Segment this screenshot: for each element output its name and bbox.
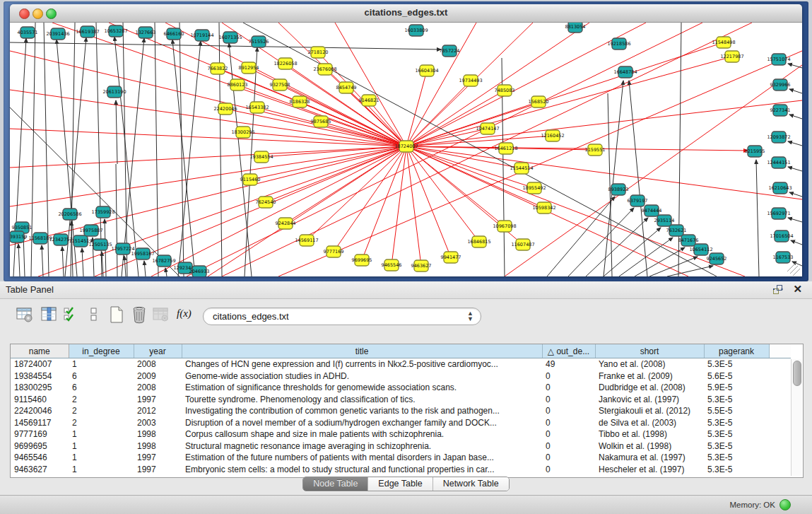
citation-edge[interactable] — [789, 89, 802, 93]
table-row[interactable]: 1872400712008Changes of HCN gene express… — [11, 358, 791, 370]
citation-edge[interactable] — [789, 192, 802, 197]
citation-edge[interactable] — [756, 160, 759, 276]
network-node[interactable]: 19734493 — [459, 75, 482, 86]
citation-edge[interactable] — [568, 208, 634, 276]
table-cell[interactable]: 0 — [542, 428, 595, 440]
citation-edge[interactable] — [788, 167, 802, 171]
table-cell[interactable]: 1998 — [134, 428, 182, 440]
new-table-icon[interactable] — [107, 305, 126, 324]
table-cell[interactable] — [769, 405, 791, 417]
network-node[interactable]: 19218586 — [607, 38, 630, 49]
table-cell[interactable]: 0 — [542, 394, 595, 406]
citation-edge-red[interactable] — [250, 146, 406, 180]
table-row[interactable]: 969969511998Structural magnetic resonanc… — [11, 440, 791, 452]
network-node[interactable]: 23676068 — [313, 64, 336, 75]
network-node[interactable]: 1327663 — [136, 27, 156, 38]
network-node[interactable]: 9463627 — [411, 260, 432, 271]
delete-table-icon[interactable] — [130, 305, 148, 324]
table-cell[interactable]: 1 — [69, 440, 134, 452]
citation-edge[interactable] — [219, 23, 222, 276]
network-node[interactable]: 6379197 — [628, 195, 648, 206]
table-row[interactable]: 1938455462009Genome-wide association stu… — [11, 370, 791, 382]
network-node[interactable]: 16033809 — [404, 25, 428, 36]
network-node[interactable]: 16782759 — [152, 255, 175, 267]
table-cell[interactable]: 9465546 — [11, 452, 69, 464]
network-node[interactable]: 19384554 — [249, 151, 273, 163]
citation-edge-red[interactable] — [187, 23, 702, 276]
table-cell[interactable] — [769, 358, 791, 370]
close-panel-icon[interactable]: ✕ — [793, 283, 802, 296]
table-header-row[interactable]: namein_degreeyeartitle△ out_de...shortpa… — [11, 344, 791, 358]
citation-edge[interactable] — [789, 115, 802, 119]
table-cell[interactable]: Wolkin et al. (1998) — [595, 440, 704, 452]
show-columns-icon[interactable] — [40, 305, 58, 324]
table-cell[interactable] — [769, 417, 791, 429]
table-cell[interactable]: 5.3E-5 — [704, 428, 769, 440]
table-cell[interactable]: Franke et al. (2009) — [595, 370, 704, 382]
table-cell[interactable]: Stergiakouli et al. (2012) — [595, 405, 704, 417]
network-node[interactable]: 9329966 — [770, 79, 791, 90]
table-cell[interactable]: 6 — [69, 370, 134, 382]
citation-edge-red[interactable] — [406, 71, 427, 146]
table-cell[interactable] — [769, 452, 791, 464]
table-vertical-scrollbar[interactable] — [791, 359, 802, 476]
table-cell[interactable]: 5.3E-5 — [704, 358, 769, 370]
network-node[interactable]: 8186328 — [290, 96, 310, 107]
network-node[interactable]: 9777169 — [324, 246, 344, 257]
citation-edge-red[interactable] — [406, 42, 724, 146]
network-node[interactable]: 16648784 — [613, 66, 637, 78]
table-cell[interactable]: 1997 — [134, 464, 182, 476]
table-cell[interactable]: 18724007 — [11, 358, 69, 370]
citation-edge[interactable] — [788, 64, 802, 68]
citation-edge[interactable] — [649, 257, 698, 276]
column-header-year[interactable]: year — [134, 344, 182, 358]
network-node[interactable]: 8938923 — [608, 184, 629, 195]
citation-edge[interactable] — [604, 81, 623, 276]
network-node[interactable]: 15692971 — [767, 208, 790, 219]
network-node[interactable]: 8215955 — [745, 146, 765, 157]
network-node[interactable]: 1159551 — [585, 144, 606, 156]
table-cell[interactable]: 2003 — [134, 417, 182, 429]
network-node[interactable]: 7515526 — [249, 36, 269, 47]
citation-edge[interactable] — [619, 238, 673, 276]
network-node[interactable]: 16619387 — [76, 26, 99, 37]
table-cell[interactable]: 22420046 — [11, 405, 69, 417]
network-node[interactable]: 9245652 — [707, 253, 727, 264]
clear-selection-icon[interactable] — [85, 305, 103, 324]
table-cell[interactable]: 0 — [542, 452, 595, 464]
table-cell[interactable]: 5.3E-5 — [704, 417, 769, 429]
network-canvas[interactable]: 4035571203914361661938710653287132766364… — [10, 23, 802, 276]
network-node[interactable]: 14569117 — [295, 235, 318, 246]
table-cell[interactable]: Dudbridge et al. (2008) — [595, 382, 704, 394]
table-cell[interactable]: 9463627 — [11, 464, 69, 476]
table-row[interactable]: 1456911722003Disruption of a novel membe… — [11, 417, 791, 429]
citation-edge-red[interactable] — [406, 146, 748, 151]
table-row[interactable]: 911546021997Tourette syndrome. Phenomeno… — [11, 394, 791, 406]
network-node[interactable]: 16210643 — [768, 182, 792, 194]
network-node[interactable]: 9699695 — [352, 255, 372, 266]
function-builder-icon[interactable]: f(x) — [177, 308, 195, 326]
import-table-icon[interactable] — [151, 305, 170, 324]
table-cell[interactable] — [769, 382, 791, 394]
tab-edge-table[interactable]: Edge Table — [368, 477, 433, 491]
column-header-in_degree[interactable]: in_degree — [69, 344, 134, 358]
citation-edge-red[interactable] — [406, 136, 553, 146]
network-node[interactable]: 16846815 — [467, 236, 490, 247]
network-node[interactable]: 16604304 — [415, 65, 438, 76]
table-cell[interactable]: Hescheler et al. (1997) — [595, 464, 704, 476]
citation-edge-red[interactable] — [266, 146, 406, 202]
table-cell[interactable]: 14569117 — [11, 417, 69, 429]
network-node[interactable]: 12093872 — [767, 132, 790, 143]
citation-edge[interactable] — [42, 245, 43, 276]
table-row[interactable]: 2242004622012Investigating the contribut… — [11, 405, 791, 417]
citation-edge[interactable] — [116, 164, 117, 276]
table-cell[interactable]: 0 — [542, 464, 595, 476]
select-all-icon[interactable] — [62, 305, 81, 324]
table-options-icon[interactable] — [16, 305, 34, 324]
table-cell[interactable]: Embryonic stem cells: a model to study s… — [182, 464, 542, 476]
network-node[interactable]: 1167533 — [773, 252, 794, 263]
table-cell[interactable]: Nakamura et al. (1997) — [595, 452, 704, 464]
network-node[interactable]: 2718120 — [308, 47, 329, 58]
table-cell[interactable]: 19384554 — [11, 370, 69, 382]
table-cell[interactable]: Genome-wide association studies in ADHD. — [182, 370, 542, 382]
